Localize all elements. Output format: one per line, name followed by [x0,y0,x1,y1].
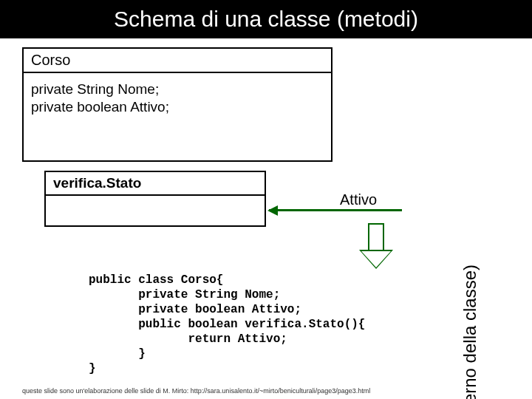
class-name: Corso [24,49,331,73]
method-body-empty [46,196,265,225]
code-block: public class Corso{ private String Nome;… [89,273,365,376]
footer-credit: queste slide sono un'elaborazione delle … [22,387,370,395]
side-label-vertical: (esterno della classe) [460,265,480,399]
slide-title: Schema di una classe (metodi) [0,0,532,38]
method-name: verifica.Stato [46,172,265,196]
arrow-left-icon [269,209,402,211]
class-attributes: private String Nome; private boolean Att… [24,73,331,160]
uml-method-box: verifica.Stato [44,171,266,227]
slide-content: Corso private String Nome; private boole… [22,47,480,377]
attivo-label: Attivo [340,191,377,208]
uml-class-box: Corso private String Nome; private boole… [22,47,332,162]
